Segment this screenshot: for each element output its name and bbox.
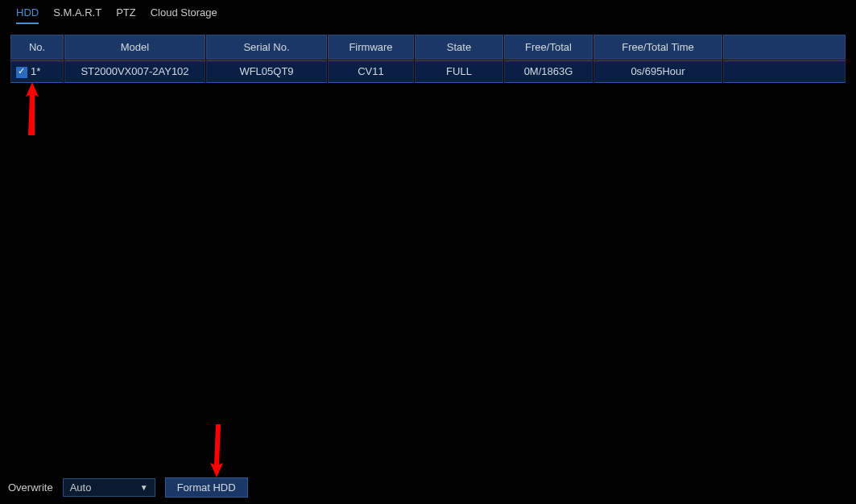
annotation-arrow-format (205, 423, 230, 481)
footer-bar: Overwrite Auto ▼ Format HDD (8, 477, 248, 498)
header-model[interactable]: Model (64, 35, 205, 60)
hdd-table: No. Model Serial No. Firmware State Free… (10, 34, 846, 84)
row-checkbox[interactable] (16, 67, 27, 78)
cell-freetotal: 0M/1863G (504, 60, 593, 83)
header-serial[interactable]: Serial No. (206, 35, 327, 60)
tab-bar: HDD S.M.A.R.T PTZ Cloud Storage (0, 0, 856, 24)
header-state[interactable]: State (415, 35, 503, 60)
overwrite-label: Overwrite (8, 481, 53, 494)
overwrite-select[interactable]: Auto ▼ (63, 478, 155, 497)
format-hdd-button[interactable]: Format HDD (165, 477, 248, 498)
cell-firmware: CV11 (328, 60, 414, 83)
tab-ptz[interactable]: PTZ (116, 6, 136, 24)
header-freetotal[interactable]: Free/Total (504, 35, 593, 60)
cell-serial: WFL05QT9 (206, 60, 327, 83)
main-content: No. Model Serial No. Firmware State Free… (0, 24, 856, 93)
header-freetime[interactable]: Free/Total Time (593, 35, 722, 60)
header-no[interactable]: No. (10, 35, 64, 60)
cell-state: FULL (415, 60, 503, 83)
table-row[interactable]: 1* ST2000VX007-2AY102 WFL05QT9 CV11 FULL… (10, 60, 846, 83)
chevron-down-icon: ▼ (140, 483, 148, 492)
row-no-text: 1* (31, 65, 40, 77)
cell-freetime: 0s/695Hour (593, 60, 722, 83)
header-firmware[interactable]: Firmware (328, 35, 414, 60)
tab-smart[interactable]: S.M.A.R.T (53, 6, 101, 24)
overwrite-value: Auto (70, 481, 92, 494)
table-header-row: No. Model Serial No. Firmware State Free… (10, 35, 846, 60)
cell-model: ST2000VX007-2AY102 (64, 60, 205, 83)
tab-cloud[interactable]: Cloud Storage (151, 6, 217, 24)
cell-blank-row (723, 60, 846, 83)
cell-no[interactable]: 1* (10, 60, 64, 83)
tab-hdd[interactable]: HDD (16, 6, 39, 24)
header-blank (723, 35, 846, 60)
